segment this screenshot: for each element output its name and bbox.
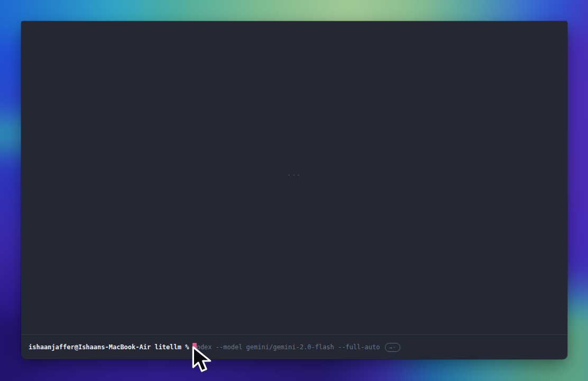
terminal-window[interactable]: ··· ishaanjaffer@Ishaans-MacBook-Air lit… bbox=[21, 21, 567, 359]
terminal-prompt-row[interactable]: ishaanjaffer@Ishaans-MacBook-Air litellm… bbox=[21, 334, 567, 359]
tab-arrow-icon: →· bbox=[389, 344, 396, 350]
tab-hint-badge: →· bbox=[385, 343, 400, 352]
autosuggestion-text: odex --model gemini/gemini-2.0-flash --f… bbox=[197, 343, 380, 351]
shell-prompt: ishaanjaffer@Ishaans-MacBook-Air litellm… bbox=[29, 343, 189, 351]
text-cursor: c bbox=[192, 343, 196, 351]
terminal-scrollback: ··· bbox=[21, 21, 567, 334]
loading-ellipsis: ··· bbox=[287, 171, 302, 179]
